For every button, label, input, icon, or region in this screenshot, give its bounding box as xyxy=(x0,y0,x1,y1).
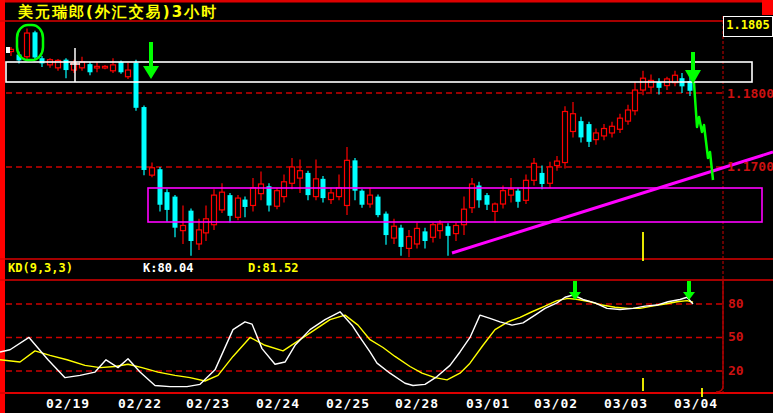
date-label-03-03: 03/03 xyxy=(604,396,648,411)
date-label-02-23: 02/23 xyxy=(186,396,230,411)
price-gridlines-layer xyxy=(6,93,723,371)
price-level-label-1: 1.1800 xyxy=(727,87,773,100)
kd-scale-label-80: 80 xyxy=(728,297,744,310)
date-label-02-28: 02/28 xyxy=(395,396,439,411)
date-label-03-04: 03/04 xyxy=(674,396,718,411)
kd-k-value: K:80.04 xyxy=(143,262,194,274)
kd-scale-label-50: 50 xyxy=(728,330,744,343)
date-label-02-19: 02/19 xyxy=(46,396,90,411)
candlestick-layer xyxy=(9,29,693,258)
date-label-02-25: 02/25 xyxy=(326,396,370,411)
chart-canvas[interactable] xyxy=(0,0,773,413)
date-label-03-01: 03/01 xyxy=(466,396,510,411)
price-level-label-2: 1.1700 xyxy=(727,160,773,173)
kd-oscillator-layer xyxy=(0,295,693,387)
date-label-03-02: 03/02 xyxy=(534,396,578,411)
kd-indicator-name: KD(9,3,3) xyxy=(8,262,73,274)
kd-d-value: D:81.52 xyxy=(248,262,299,274)
trading-chart-window: 美元瑞郎(外汇交易)3小时 1.1805 1.1800 1.1700 KD(9,… xyxy=(0,0,773,413)
kd-scale-label-20: 20 xyxy=(728,364,744,377)
chart-title: 美元瑞郎(外汇交易)3小时 xyxy=(18,5,218,20)
date-label-02-22: 02/22 xyxy=(118,396,162,411)
current-price-label: 1.1805 xyxy=(723,16,773,37)
date-label-02-24: 02/24 xyxy=(256,396,300,411)
annotation-layer xyxy=(6,25,773,397)
